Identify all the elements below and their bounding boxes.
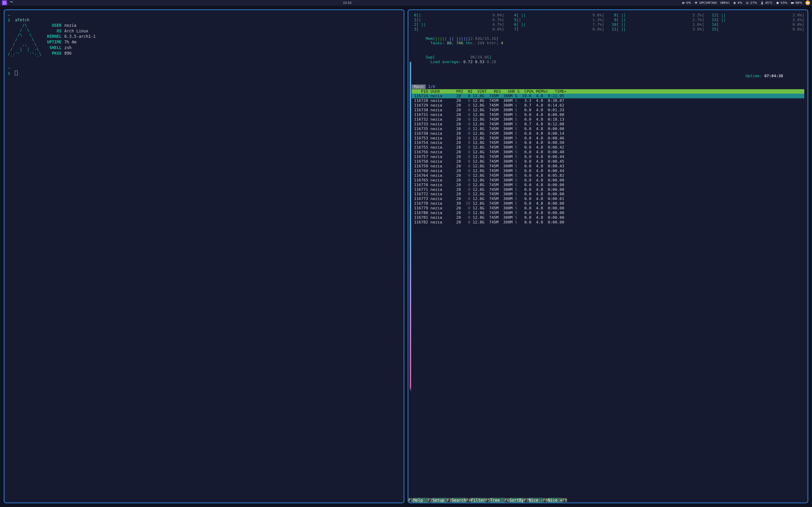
process-row[interactable]: 116759 nezia 20 0 12.8G 745M 300M S 0.0 … — [412, 164, 804, 169]
prompt-char-2: ❯ — [8, 71, 10, 75]
afetch-val: zsh — [64, 45, 96, 51]
process-row[interactable]: 116735 nezia 20 0 12.8G 745M 300M S 0.0 … — [412, 126, 804, 131]
afetch-key: OS — [47, 29, 61, 34]
cpu-meter: 2[ ||4.7%] — [412, 22, 504, 27]
thermo-indicator[interactable]: 45°C — [760, 1, 772, 5]
taskbar: 15:52 0% UPC59F3A0 (88%) 4% 27% 45°C 53% — [0, 0, 812, 6]
obs-icon[interactable] — [9, 1, 13, 5]
process-row[interactable]: 116780 nezia 20 0 12.8G 745M 300M S 0.0 … — [412, 211, 804, 215]
process-row[interactable]: 116753 nezia 20 0 12.8G 745M 300M S 0.0 … — [412, 136, 804, 140]
afetch-val: 6.3.5-arch1-1 — [64, 34, 96, 40]
arch-ascii-logo: /\ / \ /\ \ / \ / ,, \ / | | -\ /_-'' ''… — [8, 23, 41, 57]
afetch-val: Arch Linux — [64, 29, 96, 34]
cpu-meter: 5[|1.3%] — [512, 17, 604, 22]
cpu-meters: 0[|9.0%] 1[|0.7%] 2[ ||4.7%] 3[0.0%] 4[ … — [412, 13, 804, 32]
wifi-icon — [694, 1, 698, 5]
cpu-meter: 7[0.0%] — [512, 27, 604, 32]
wifi-indicator[interactable]: UPC59F3A0 (88%) — [694, 1, 729, 5]
clock[interactable]: 15:52 — [343, 1, 352, 4]
process-row[interactable]: 116733 nezia 20 0 12.8G 745M 300M S 0.7 … — [412, 122, 804, 126]
volume-mute-icon — [681, 1, 685, 5]
shell-tilde-2: ~ — [8, 66, 10, 71]
mem-meter: Mem[||||| || ||||||2.93G/15.2G] Tasks: 8… — [412, 32, 804, 50]
tmux-color-strip — [410, 62, 411, 496]
process-row[interactable]: 116778 nezia 39 19 12.8G 745M 300M S 0.0… — [412, 201, 804, 206]
cpu-meter: 11[ ||3.9%] — [612, 27, 704, 32]
process-row[interactable]: 116729 nezia 20 0 12.8G 745M 300M S 0.7 … — [412, 103, 804, 108]
process-row[interactable]: 116732 nezia 20 0 12.8G 745M 300M S 0.0 … — [412, 117, 804, 122]
afetch-key: UPTIME — [47, 40, 61, 45]
shell-tilde: ~ — [8, 13, 10, 17]
process-row[interactable]: 116770 nezia 20 0 12.8G 745M 300M S 0.0 … — [412, 183, 804, 187]
settings-indicator[interactable]: 53% — [776, 1, 787, 5]
process-row[interactable]: 116757 nezia 20 0 12.8G 745M 300M S 0.0 … — [412, 155, 804, 159]
cpu-meter: 10[ ||2.6%] — [612, 22, 704, 27]
prompt-char: ❯ — [8, 17, 10, 22]
process-row[interactable]: 116730 nezia 20 0 12.8G 745M 300M S 0.0 … — [412, 108, 804, 112]
process-row[interactable]: 116756 nezia 20 0 12.8G 745M 300M S 0.0 … — [412, 150, 804, 155]
battery-icon — [791, 1, 794, 5]
svg-rect-10 — [791, 3, 793, 3]
process-row[interactable]: 116760 nezia 20 0 12.8G 745M 300M S 0.0 … — [412, 169, 804, 173]
process-row[interactable]: 116724 nezia 20 0 12.8G 745M 300M S 19.6… — [412, 94, 804, 98]
process-row[interactable]: 116731 nezia 20 0 12.8G 745M 300M S 0.0 … — [412, 112, 804, 117]
afetch-output: /\ / \ /\ \ / \ / ,, \ / | | -\ /_-'' ''… — [8, 23, 400, 57]
process-row[interactable]: 116765 nezia 20 0 12.8G 745M 300M S 0.0 … — [412, 178, 804, 183]
typed-command: afetch — [15, 17, 30, 22]
process-row[interactable]: 116728 nezia 20 0 12.8G 745M 300M S 3.3 … — [412, 98, 804, 103]
cpu-meter: 6[ ||7.7%] — [512, 22, 604, 27]
svg-rect-9 — [794, 3, 794, 3]
process-row[interactable]: 116773 nezia 20 0 12.8G 745M 300M S 0.0 … — [412, 196, 804, 201]
process-table[interactable]: 116724 nezia 20 0 12.8G 745M 300M S 19.6… — [412, 94, 804, 224]
cpu-meter: 4[ ||9.6%] — [512, 13, 604, 17]
swap-meter: Swp[0K/24.0G] Load average: 0.72 0.53 0.… — [412, 50, 804, 69]
process-row[interactable]: 116758 nezia 20 0 12.8G 745M 300M S 0.0 … — [412, 159, 804, 164]
process-row[interactable]: 116755 nezia 20 0 12.8G 745M 300M S 0.0 … — [412, 145, 804, 150]
cursor-caret[interactable] — [15, 71, 17, 75]
cpu-meter: 12[ ||2.0%] — [712, 13, 804, 17]
cpu-meter: 3[0.0%] — [412, 27, 504, 32]
notification-indicator[interactable]: 4% — [733, 1, 743, 5]
gear-icon — [776, 1, 779, 5]
htop-tabs: MainI/O — [412, 84, 804, 89]
star-burst-icon — [733, 1, 737, 5]
battery-indicator[interactable]: 98% — [791, 1, 802, 5]
afetch-val: 896 — [64, 51, 96, 57]
discord-tray-icon[interactable] — [805, 0, 810, 5]
afetch-val: 7h 4m — [64, 40, 96, 45]
cpu-meter: 0[|9.0%] — [412, 13, 504, 17]
afetch-info-table: USERneziaOSArch LinuxKERNEL6.3.5-arch1-1… — [47, 23, 95, 57]
cpu-meter: 8[ ||5.2%] — [612, 13, 704, 17]
cpu-meter: 1[|0.7%] — [412, 17, 504, 22]
process-row[interactable]: 116771 nezia 20 0 12.8G 745M 300M S 0.0 … — [412, 187, 804, 192]
thermometer-icon — [760, 1, 764, 5]
afetch-key: USER — [47, 23, 61, 29]
process-row[interactable]: 116738 nezia 20 0 12.8G 745M 300M S 0.0 … — [412, 131, 804, 136]
fn-key-bar[interactable]: F1Help F2Setup F3SearchF4FilterF5Tree F6… — [408, 498, 808, 503]
tab-io[interactable]: I/O — [426, 84, 438, 89]
svg-marker-4 — [733, 1, 735, 4]
process-row[interactable]: 116781 nezia 20 0 12.8G 745M 300M S 0.0 … — [412, 215, 804, 220]
afetch-key: SHELL — [47, 45, 61, 51]
terminal-launcher-icon[interactable] — [2, 0, 7, 5]
process-row[interactable]: 116779 nezia 20 0 12.8G 745M 300M S 0.0 … — [412, 206, 804, 211]
cpu-meter: 9[ ||2.7%] — [612, 17, 704, 22]
hamburger-icon — [746, 1, 749, 5]
left-terminal-pane[interactable]: ~ ❯ afetch /\ / \ /\ \ / \ / ,, \ / | | … — [4, 9, 404, 503]
right-htop-pane[interactable]: 0[|9.0%] 1[|0.7%] 2[ ||4.7%] 3[0.0%] 4[ … — [408, 9, 808, 503]
cpu-meter: 14[0.0%] — [712, 22, 804, 27]
uptime-line: Uptime: 07:04:38 — [412, 69, 804, 83]
cpu-meter: 13[ ||2.6%] — [712, 17, 804, 22]
process-row[interactable]: 116782 nezia 20 0 12.8G 745M 300M S 0.0 … — [412, 220, 804, 225]
process-row[interactable]: 116764 nezia 20 0 12.8G 745M 300M S 0.0 … — [412, 173, 804, 178]
process-table-header[interactable]: PID USER PRI NI VIRT RES SHR S CPU% MEM%… — [412, 89, 804, 94]
process-row[interactable]: 116754 nezia 20 0 12.8G 745M 300M S 0.0 … — [412, 140, 804, 145]
menu-indicator[interactable]: 27% — [746, 1, 757, 5]
afetch-key: KERNEL — [47, 34, 61, 40]
afetch-val: nezia — [64, 23, 96, 29]
volume-indicator[interactable]: 0% — [681, 1, 691, 5]
process-row[interactable]: 116772 nezia 20 0 12.8G 745M 300M S 0.0 … — [412, 192, 804, 196]
svg-point-3 — [696, 3, 696, 4]
cpu-meter: 15[0.0%] — [712, 27, 804, 32]
tab-main[interactable]: Main — [412, 84, 426, 89]
